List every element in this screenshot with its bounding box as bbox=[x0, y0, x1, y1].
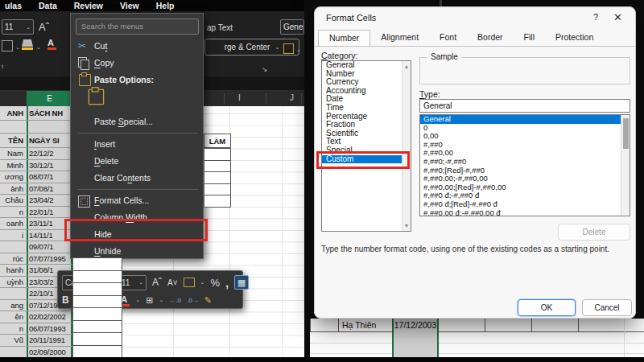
accounting-format-icon[interactable] bbox=[184, 278, 195, 287]
type-scrollbar[interactable] bbox=[621, 115, 630, 216]
bordered-cell[interactable] bbox=[204, 195, 231, 208]
lam-header-cell[interactable]: LÀM bbox=[204, 134, 231, 148]
delete-button[interactable]: Delete bbox=[558, 224, 630, 241]
type-code-list[interactable]: General00,00#,##0#,##0,00#,##0;-#,##0#,#… bbox=[419, 114, 630, 216]
bordered-cell[interactable] bbox=[72, 307, 122, 321]
bordered-cell[interactable] bbox=[72, 257, 122, 271]
sheet-row[interactable]: ANHSÁCH NH bbox=[0, 106, 72, 121]
tab-protection[interactable]: Protection bbox=[545, 30, 604, 47]
sheet-row[interactable]: Châu23/04/2 bbox=[0, 195, 72, 207]
help-icon[interactable]: ? bbox=[593, 12, 598, 22]
chevron-down-icon[interactable]: ⌄ bbox=[36, 44, 41, 51]
sheet-row[interactable]: ành07/08/1 bbox=[0, 183, 72, 195]
number-format-combo[interactable]: Gener bbox=[280, 19, 304, 35]
category-general[interactable]: General bbox=[322, 61, 411, 70]
close-icon[interactable]: ✕ bbox=[613, 11, 622, 23]
chevron-down-icon[interactable]: ⌄ bbox=[15, 44, 20, 51]
cancel-button[interactable]: Cancel bbox=[582, 299, 632, 316]
tab-alignment[interactable]: Alignment bbox=[370, 30, 429, 47]
sheet-row[interactable]: i14/11/1 bbox=[0, 230, 72, 242]
type-code[interactable]: 0,00 bbox=[420, 132, 630, 141]
font-size-combo[interactable]: 11⌄ bbox=[118, 275, 147, 290]
sheet-row[interactable]: n22/01/1 bbox=[0, 207, 72, 219]
sheet-row[interactable]: ên02/02/2002 bbox=[0, 311, 72, 323]
tab-border[interactable]: Border bbox=[467, 30, 514, 47]
fill-color-icon[interactable] bbox=[22, 39, 33, 50]
bordered-cell[interactable] bbox=[72, 320, 122, 334]
selected-column[interactable]: 17/12/2003 bbox=[392, 319, 439, 357]
sheet-row[interactable]: TÊNNGÀY SI bbox=[0, 134, 72, 148]
sheet-row[interactable] bbox=[0, 121, 72, 134]
bordered-cell[interactable] bbox=[72, 345, 122, 359]
menu-search-input[interactable]: Search the menus bbox=[76, 19, 199, 35]
menu-data[interactable]: Data bbox=[39, 1, 57, 10]
wrap-text-label[interactable]: ap Text bbox=[207, 23, 233, 32]
column-header-e[interactable]: E bbox=[27, 91, 72, 106]
menu-help[interactable]: Help bbox=[156, 1, 175, 10]
font-color-icon[interactable]: A bbox=[47, 38, 56, 50]
tab-number[interactable]: Number bbox=[318, 30, 370, 47]
selected-columns[interactable]: ANHSÁCH NHTÊNNGÀY SINam22/12/2Minh30/12/… bbox=[0, 106, 72, 357]
bordered-cell[interactable] bbox=[72, 295, 122, 309]
accounting-format-icon[interactable] bbox=[283, 43, 294, 54]
type-code[interactable]: #,##0;-#,##0 bbox=[420, 158, 630, 167]
sheet-row[interactable]: Nam22/12/2 bbox=[0, 148, 72, 160]
menu-item-paste-options[interactable]: Paste Options: bbox=[71, 72, 204, 88]
category-time[interactable]: Time bbox=[322, 104, 411, 113]
chevron-down-icon[interactable]: ⌄ bbox=[296, 47, 301, 53]
column-header-i[interactable]: I bbox=[238, 93, 241, 102]
bordered-cell[interactable] bbox=[204, 160, 231, 173]
bordered-cell[interactable] bbox=[204, 183, 231, 196]
tab-font[interactable]: Font bbox=[429, 30, 467, 47]
chevron-down-icon[interactable]: ⌄ bbox=[200, 279, 205, 286]
type-input[interactable]: General bbox=[419, 99, 630, 113]
sheet-row[interactable]: rúc07/07/1995 bbox=[0, 253, 72, 265]
menu-ulas[interactable]: ulas bbox=[5, 1, 22, 10]
bold-button[interactable]: B bbox=[62, 294, 69, 306]
scrollbar-thumb[interactable] bbox=[623, 118, 629, 149]
chevron-down-icon[interactable]: ⌄ bbox=[135, 297, 140, 303]
shrink-font-icon[interactable]: A˅ bbox=[167, 278, 178, 287]
bordered-cell[interactable] bbox=[72, 282, 122, 296]
worksheet-below-dialog[interactable]: Hạ Thiên 17/12/2003 bbox=[310, 319, 644, 357]
type-code[interactable]: General bbox=[420, 115, 630, 124]
decrease-decimal-icon[interactable]: .0→ bbox=[187, 297, 199, 304]
sheet-row[interactable]: n06/07/1993 bbox=[0, 323, 72, 335]
menu-item-format-cells[interactable]: Format Cells... bbox=[71, 192, 204, 209]
type-code[interactable]: #,##0 đ;[Red]-#,##0 đ bbox=[420, 200, 630, 209]
type-code[interactable]: #,##0,00 đ;-#,##0,00 đ bbox=[420, 209, 630, 216]
category-scrollbar[interactable]: ▲▼ bbox=[402, 61, 411, 231]
menu-item-cut[interactable]: ✂Cut bbox=[71, 38, 204, 55]
bordered-cell[interactable] bbox=[204, 171, 231, 184]
format-painter-icon[interactable]: ✎ bbox=[204, 295, 212, 306]
percent-style-icon[interactable]: % bbox=[210, 277, 220, 289]
sheet-row[interactable]: 09/07/1 bbox=[0, 241, 72, 253]
column-header-j[interactable]: J bbox=[290, 93, 294, 102]
menu-item-insert[interactable]: Insert bbox=[71, 136, 204, 153]
menu-review[interactable]: Review bbox=[74, 1, 103, 10]
sheet-row[interactable]: Minh30/12/1 bbox=[0, 160, 72, 172]
menu-item-paste[interactable] bbox=[71, 88, 204, 113]
menu-item-paste-special[interactable]: Paste Special... bbox=[71, 113, 204, 130]
menu-view[interactable]: View bbox=[120, 1, 139, 10]
ok-button[interactable]: OK bbox=[518, 299, 576, 316]
borders-icon[interactable] bbox=[2, 40, 13, 51]
cell-styles-icon[interactable]: ▦ bbox=[234, 275, 249, 290]
font-size-combo[interactable]: 11⌄ bbox=[2, 19, 34, 35]
borders-icon[interactable]: ⊞ bbox=[146, 295, 153, 306]
chevron-down-icon[interactable]: ⌄ bbox=[159, 297, 163, 303]
increase-decimal-icon[interactable]: ←.0 bbox=[169, 297, 181, 304]
sheet-row[interactable]: 02/09/2000 bbox=[0, 347, 72, 359]
menu-item-clear-contents[interactable]: Clear Contents bbox=[71, 170, 204, 187]
grow-font-icon[interactable]: Aˆ bbox=[39, 21, 49, 33]
sheet-row[interactable]: ương08/07/1 bbox=[0, 171, 72, 183]
name-cell[interactable]: Hạ Thiên bbox=[342, 320, 376, 330]
type-code[interactable]: 0 bbox=[420, 124, 630, 133]
sheet-row[interactable]: oanh23/11/1 bbox=[0, 218, 72, 230]
tab-fill[interactable]: Fill bbox=[514, 30, 545, 47]
bordered-cell[interactable] bbox=[72, 332, 122, 346]
category-list[interactable]: GeneralNumberCurrencyAccountingDateTimeP… bbox=[321, 60, 411, 232]
grow-font-icon[interactable]: Aˆ bbox=[152, 277, 162, 288]
bordered-cell[interactable] bbox=[72, 270, 122, 284]
bordered-cell[interactable] bbox=[204, 148, 231, 161]
